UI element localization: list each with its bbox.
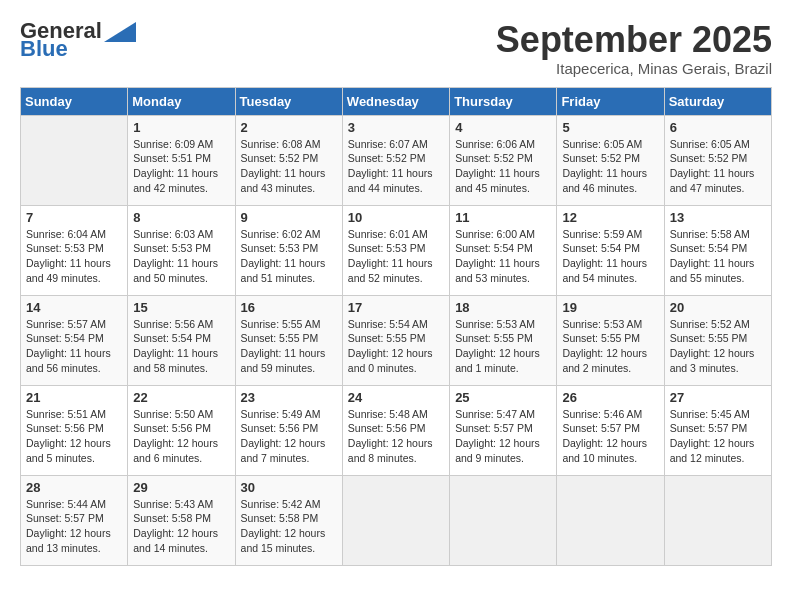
- svg-marker-0: [104, 22, 136, 42]
- logo-blue: Blue: [20, 38, 68, 60]
- title-area: September 2025 Itapecerica, Minas Gerais…: [496, 20, 772, 77]
- day-info: Sunrise: 5:49 AM Sunset: 5:56 PM Dayligh…: [241, 407, 337, 466]
- calendar-cell: 16Sunrise: 5:55 AM Sunset: 5:55 PM Dayli…: [235, 295, 342, 385]
- calendar-cell: 28Sunrise: 5:44 AM Sunset: 5:57 PM Dayli…: [21, 475, 128, 565]
- day-number: 4: [455, 120, 551, 135]
- calendar-cell: 22Sunrise: 5:50 AM Sunset: 5:56 PM Dayli…: [128, 385, 235, 475]
- day-info: Sunrise: 6:09 AM Sunset: 5:51 PM Dayligh…: [133, 137, 229, 196]
- day-info: Sunrise: 5:51 AM Sunset: 5:56 PM Dayligh…: [26, 407, 122, 466]
- day-number: 28: [26, 480, 122, 495]
- day-info: Sunrise: 5:46 AM Sunset: 5:57 PM Dayligh…: [562, 407, 658, 466]
- day-info: Sunrise: 5:53 AM Sunset: 5:55 PM Dayligh…: [455, 317, 551, 376]
- calendar-cell: 5Sunrise: 6:05 AM Sunset: 5:52 PM Daylig…: [557, 115, 664, 205]
- calendar-cell: [557, 475, 664, 565]
- logo: General Blue: [20, 20, 136, 60]
- calendar-cell: 9Sunrise: 6:02 AM Sunset: 5:53 PM Daylig…: [235, 205, 342, 295]
- calendar-cell: 7Sunrise: 6:04 AM Sunset: 5:53 PM Daylig…: [21, 205, 128, 295]
- calendar-week-row: 21Sunrise: 5:51 AM Sunset: 5:56 PM Dayli…: [21, 385, 772, 475]
- day-info: Sunrise: 6:05 AM Sunset: 5:52 PM Dayligh…: [562, 137, 658, 196]
- calendar-cell: 25Sunrise: 5:47 AM Sunset: 5:57 PM Dayli…: [450, 385, 557, 475]
- calendar-cell: 13Sunrise: 5:58 AM Sunset: 5:54 PM Dayli…: [664, 205, 771, 295]
- day-number: 29: [133, 480, 229, 495]
- calendar-cell: 11Sunrise: 6:00 AM Sunset: 5:54 PM Dayli…: [450, 205, 557, 295]
- calendar-cell: 18Sunrise: 5:53 AM Sunset: 5:55 PM Dayli…: [450, 295, 557, 385]
- day-number: 8: [133, 210, 229, 225]
- day-info: Sunrise: 6:04 AM Sunset: 5:53 PM Dayligh…: [26, 227, 122, 286]
- day-info: Sunrise: 5:47 AM Sunset: 5:57 PM Dayligh…: [455, 407, 551, 466]
- day-info: Sunrise: 6:07 AM Sunset: 5:52 PM Dayligh…: [348, 137, 444, 196]
- calendar-header: SundayMondayTuesdayWednesdayThursdayFrid…: [21, 87, 772, 115]
- day-number: 20: [670, 300, 766, 315]
- calendar-cell: 24Sunrise: 5:48 AM Sunset: 5:56 PM Dayli…: [342, 385, 449, 475]
- day-number: 12: [562, 210, 658, 225]
- day-info: Sunrise: 5:55 AM Sunset: 5:55 PM Dayligh…: [241, 317, 337, 376]
- day-number: 17: [348, 300, 444, 315]
- day-info: Sunrise: 5:56 AM Sunset: 5:54 PM Dayligh…: [133, 317, 229, 376]
- logo-icon: [104, 22, 136, 42]
- day-number: 7: [26, 210, 122, 225]
- day-info: Sunrise: 5:42 AM Sunset: 5:58 PM Dayligh…: [241, 497, 337, 556]
- day-number: 2: [241, 120, 337, 135]
- calendar-cell: 23Sunrise: 5:49 AM Sunset: 5:56 PM Dayli…: [235, 385, 342, 475]
- calendar-cell: 14Sunrise: 5:57 AM Sunset: 5:54 PM Dayli…: [21, 295, 128, 385]
- calendar-cell: [342, 475, 449, 565]
- weekday-header: Thursday: [450, 87, 557, 115]
- day-info: Sunrise: 5:50 AM Sunset: 5:56 PM Dayligh…: [133, 407, 229, 466]
- day-info: Sunrise: 5:45 AM Sunset: 5:57 PM Dayligh…: [670, 407, 766, 466]
- calendar-cell: 29Sunrise: 5:43 AM Sunset: 5:58 PM Dayli…: [128, 475, 235, 565]
- calendar-cell: 30Sunrise: 5:42 AM Sunset: 5:58 PM Dayli…: [235, 475, 342, 565]
- calendar-cell: 1Sunrise: 6:09 AM Sunset: 5:51 PM Daylig…: [128, 115, 235, 205]
- calendar-cell: [21, 115, 128, 205]
- day-info: Sunrise: 5:53 AM Sunset: 5:55 PM Dayligh…: [562, 317, 658, 376]
- calendar-cell: 3Sunrise: 6:07 AM Sunset: 5:52 PM Daylig…: [342, 115, 449, 205]
- day-info: Sunrise: 6:08 AM Sunset: 5:52 PM Dayligh…: [241, 137, 337, 196]
- day-info: Sunrise: 5:57 AM Sunset: 5:54 PM Dayligh…: [26, 317, 122, 376]
- day-number: 22: [133, 390, 229, 405]
- weekday-header: Wednesday: [342, 87, 449, 115]
- day-number: 10: [348, 210, 444, 225]
- calendar-subtitle: Itapecerica, Minas Gerais, Brazil: [496, 60, 772, 77]
- calendar-table: SundayMondayTuesdayWednesdayThursdayFrid…: [20, 87, 772, 566]
- day-info: Sunrise: 6:03 AM Sunset: 5:53 PM Dayligh…: [133, 227, 229, 286]
- calendar-cell: 6Sunrise: 6:05 AM Sunset: 5:52 PM Daylig…: [664, 115, 771, 205]
- calendar-cell: 20Sunrise: 5:52 AM Sunset: 5:55 PM Dayli…: [664, 295, 771, 385]
- calendar-body: 1Sunrise: 6:09 AM Sunset: 5:51 PM Daylig…: [21, 115, 772, 565]
- day-number: 23: [241, 390, 337, 405]
- day-number: 25: [455, 390, 551, 405]
- weekday-header: Monday: [128, 87, 235, 115]
- weekday-header: Sunday: [21, 87, 128, 115]
- calendar-cell: 19Sunrise: 5:53 AM Sunset: 5:55 PM Dayli…: [557, 295, 664, 385]
- calendar-cell: 10Sunrise: 6:01 AM Sunset: 5:53 PM Dayli…: [342, 205, 449, 295]
- day-info: Sunrise: 5:58 AM Sunset: 5:54 PM Dayligh…: [670, 227, 766, 286]
- day-info: Sunrise: 6:02 AM Sunset: 5:53 PM Dayligh…: [241, 227, 337, 286]
- day-number: 19: [562, 300, 658, 315]
- header-row: SundayMondayTuesdayWednesdayThursdayFrid…: [21, 87, 772, 115]
- calendar-week-row: 14Sunrise: 5:57 AM Sunset: 5:54 PM Dayli…: [21, 295, 772, 385]
- calendar-week-row: 28Sunrise: 5:44 AM Sunset: 5:57 PM Dayli…: [21, 475, 772, 565]
- day-number: 6: [670, 120, 766, 135]
- calendar-cell: 27Sunrise: 5:45 AM Sunset: 5:57 PM Dayli…: [664, 385, 771, 475]
- calendar-cell: 26Sunrise: 5:46 AM Sunset: 5:57 PM Dayli…: [557, 385, 664, 475]
- page-header: General Blue September 2025 Itapecerica,…: [20, 20, 772, 77]
- day-info: Sunrise: 5:44 AM Sunset: 5:57 PM Dayligh…: [26, 497, 122, 556]
- day-number: 3: [348, 120, 444, 135]
- day-number: 14: [26, 300, 122, 315]
- day-info: Sunrise: 5:59 AM Sunset: 5:54 PM Dayligh…: [562, 227, 658, 286]
- day-info: Sunrise: 5:43 AM Sunset: 5:58 PM Dayligh…: [133, 497, 229, 556]
- day-number: 15: [133, 300, 229, 315]
- day-number: 21: [26, 390, 122, 405]
- calendar-cell: 12Sunrise: 5:59 AM Sunset: 5:54 PM Dayli…: [557, 205, 664, 295]
- day-info: Sunrise: 6:06 AM Sunset: 5:52 PM Dayligh…: [455, 137, 551, 196]
- calendar-cell: 15Sunrise: 5:56 AM Sunset: 5:54 PM Dayli…: [128, 295, 235, 385]
- day-number: 24: [348, 390, 444, 405]
- day-info: Sunrise: 5:48 AM Sunset: 5:56 PM Dayligh…: [348, 407, 444, 466]
- calendar-cell: 2Sunrise: 6:08 AM Sunset: 5:52 PM Daylig…: [235, 115, 342, 205]
- day-info: Sunrise: 5:54 AM Sunset: 5:55 PM Dayligh…: [348, 317, 444, 376]
- weekday-header: Friday: [557, 87, 664, 115]
- calendar-cell: 4Sunrise: 6:06 AM Sunset: 5:52 PM Daylig…: [450, 115, 557, 205]
- calendar-cell: [450, 475, 557, 565]
- day-number: 18: [455, 300, 551, 315]
- day-number: 16: [241, 300, 337, 315]
- day-number: 5: [562, 120, 658, 135]
- calendar-week-row: 1Sunrise: 6:09 AM Sunset: 5:51 PM Daylig…: [21, 115, 772, 205]
